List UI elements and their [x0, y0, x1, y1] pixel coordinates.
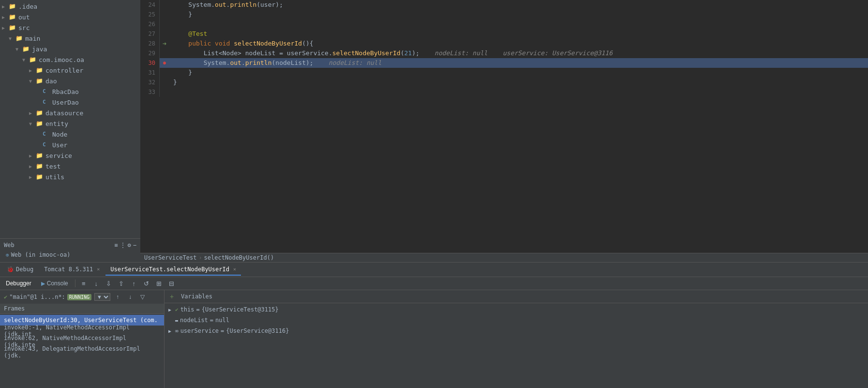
arrow-controller: ▶ [29, 68, 36, 73]
tab-debug[interactable]: 🐞 Debug [2, 264, 38, 276]
btn-grid[interactable]: ⊞ [154, 278, 165, 289]
breadcrumb-class[interactable]: UserServiceTest [144, 254, 196, 261]
code-line-29: 29 List<Node> nodeList = userService.sel… [140, 48, 868, 58]
btn-step-out[interactable]: ⇧ [116, 278, 127, 289]
gutter-29 [160, 48, 169, 58]
btn-split[interactable]: ⊟ [166, 278, 177, 289]
code-line-24: 24 System.out.println(user); [140, 0, 868, 10]
variables-panel: + Variables ▶ ✔ this = {UserServiceTest@… [165, 290, 868, 388]
frame-item-4[interactable]: invoke:43, DelegatingMethodAccessorImpl … [0, 347, 164, 357]
gutter-32 [160, 78, 169, 87]
sidebar-item-entity[interactable]: ▼ 📁 entity [0, 118, 140, 129]
web-panel-toolbar: ≡ ⋮ ⚙ − [114, 242, 136, 248]
sidebar-item-service[interactable]: ▶ 📁 service [0, 150, 140, 161]
line-content-29: List<Node> nodeList = userService.select… [169, 48, 868, 58]
tab-debug-label: Debug [16, 266, 33, 273]
label-main: main [25, 35, 40, 42]
line-num-25: 25 [140, 10, 160, 19]
var-name-nodeList: nodeList [180, 317, 208, 324]
breadcrumb-sep: › [198, 254, 202, 261]
web-panel-title-area: Web [4, 242, 15, 248]
label-com-imooc-oa: com.imooc.oa [39, 56, 84, 63]
btn-step-back[interactable]: ↑ [129, 278, 139, 289]
label-entity: entity [45, 120, 68, 127]
line-content-30: System.out.println(nodeList); nodeList: … [169, 58, 868, 68]
sidebar-item-RbacDao[interactable]: C RbacDao [0, 86, 140, 97]
folder-icon-src: 📁 [9, 24, 16, 31]
tab-tomcat-close[interactable]: ✕ [97, 266, 100, 272]
thread-header: ✔ "main"@1 i...n*: RUNNING ▼ ↑ ↓ ▽ [0, 290, 164, 304]
breadcrumb-method[interactable]: selectNodeByUserId() [204, 254, 274, 261]
console-subtab[interactable]: ▶ Console [37, 278, 72, 289]
var-eq-this: = [196, 306, 200, 313]
var-nodeList[interactable]: ▬ nodeList = null [165, 315, 868, 326]
align-left-icon[interactable]: ≡ [114, 242, 118, 248]
line-num-27: 27 [140, 29, 160, 39]
arrow-out: ▶ [2, 15, 9, 20]
gear-icon[interactable]: ⚙ [128, 242, 131, 248]
gutter-25 [160, 10, 169, 19]
code-line-31: 31 } [140, 68, 868, 78]
var-this[interactable]: ▶ ✔ this = {UserServiceTest@3115} [165, 304, 868, 315]
thread-filter-btn[interactable]: ▽ [137, 292, 148, 302]
variables-toolbar: + Variables [165, 290, 868, 303]
label-service: service [45, 152, 72, 159]
sidebar-item-dao[interactable]: ▼ 📁 dao [0, 76, 140, 86]
minus-icon[interactable]: − [133, 242, 136, 248]
arrow-entity: ▼ [29, 121, 36, 126]
thread-down-btn[interactable]: ↓ [125, 292, 135, 302]
code-line-25: 25 } [140, 10, 868, 19]
line-content-33 [169, 87, 868, 97]
btn-step-over[interactable]: ↓ [91, 278, 102, 289]
sidebar-item-User[interactable]: C User [0, 140, 140, 150]
sidebar-item-out[interactable]: ▶ 📁 out [0, 12, 140, 22]
class-icon-User: C [43, 141, 50, 148]
tab-userservicetest-close[interactable]: ✕ [233, 266, 236, 272]
code-editor: 24 System.out.println(user); 25 } 26 27 [140, 0, 868, 253]
folder-icon-datasource: 📁 [36, 109, 44, 116]
sidebar-item-java[interactable]: ▼ 📁 java [0, 44, 140, 54]
btn-step-into[interactable]: ⇩ [104, 278, 114, 289]
var-add-btn[interactable]: + [166, 291, 177, 302]
web-item-imooc-oa[interactable]: ⊕ Web (in imooc-oa) [2, 249, 138, 260]
tab-userservicetest[interactable]: UserServiceTest.selectNodeByUserId ✕ [105, 264, 241, 276]
sidebar-item-utils[interactable]: ▶ 📁 utils [0, 171, 140, 182]
sidebar-item-datasource[interactable]: ▶ 📁 datasource [0, 108, 140, 118]
btn-resume[interactable]: ↺ [141, 278, 152, 289]
var-val-nodeList: null [215, 317, 229, 324]
var-arrow-this: ▶ [168, 307, 175, 312]
sidebar-item-com-imooc-oa[interactable]: ▼ 📁 com.imooc.oa [0, 54, 140, 65]
line-num-31: 31 [140, 68, 160, 78]
frame-label-1: selectNodeByUserId:30, UserServiceTest (… [4, 317, 158, 324]
code-line-26: 26 [140, 19, 868, 29]
tab-tomcat[interactable]: Tomcat 8.5.311 ✕ [39, 264, 105, 276]
sidebar-item-controller[interactable]: ▶ 📁 controller [0, 65, 140, 76]
line-num-24: 24 [140, 0, 160, 10]
line-content-26 [169, 19, 868, 29]
sidebar-item-src[interactable]: ▶ 📁 src [0, 22, 140, 33]
sidebar-item-test[interactable]: ▶ 📁 test [0, 161, 140, 171]
var-icon-userService: ∞ [175, 328, 179, 334]
arrow-java: ▼ [15, 47, 22, 52]
label-java: java [32, 46, 47, 53]
align-center-icon[interactable]: ⋮ [120, 242, 126, 248]
sidebar-item-main[interactable]: ▼ 📁 main [0, 33, 140, 44]
var-val-this: {UserServiceTest@3115} [202, 306, 279, 313]
var-userService[interactable]: ▶ ∞ userService = {UserService@3116} [165, 326, 868, 336]
sidebar-item-idea[interactable]: ▶ 📁 .idea [0, 1, 140, 12]
class-icon-UserDao: C [43, 99, 50, 106]
thread-up-btn[interactable]: ↑ [112, 292, 123, 302]
thread-label: "main"@1 i...n*: [9, 294, 65, 300]
folder-icon-idea: 📁 [9, 3, 16, 10]
folder-icon-utils: 📁 [36, 173, 44, 180]
debugger-subtab[interactable]: Debugger [2, 278, 35, 289]
label-dao: dao [45, 78, 57, 85]
gutter-27 [160, 29, 169, 39]
label-out: out [18, 14, 30, 21]
thread-dropdown[interactable]: ▼ [94, 293, 110, 301]
bug-icon: 🐞 [7, 266, 14, 273]
btn-list[interactable]: ≡ [78, 278, 89, 289]
sidebar-item-Node[interactable]: C Node [0, 129, 140, 140]
sidebar-item-UserDao[interactable]: C UserDao [0, 97, 140, 108]
arrow-service: ▶ [29, 153, 36, 158]
